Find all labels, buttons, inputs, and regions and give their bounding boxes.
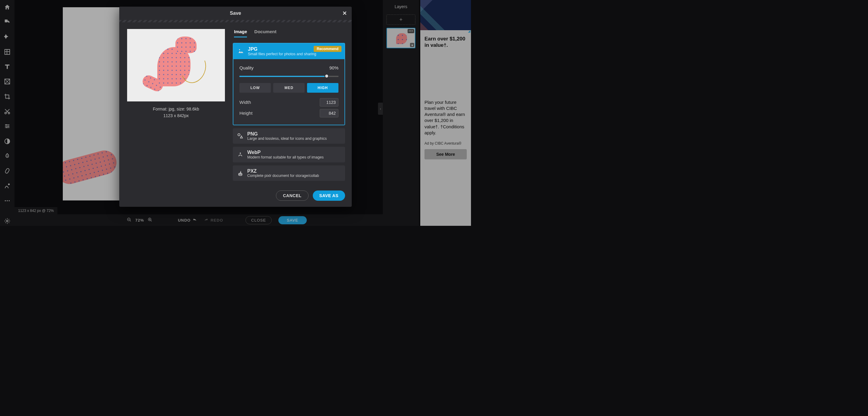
save-modal: Save ✕ Format: jpg, size: 98.6kb 1123 x … <box>119 7 352 207</box>
format-title: JPG <box>248 46 316 52</box>
preset-med[interactable]: MED <box>273 83 305 93</box>
format-jpg[interactable]: JPG Small files perfect for photos and s… <box>233 43 345 125</box>
cancel-button[interactable]: CANCEL <box>276 191 308 201</box>
shapes-icon <box>237 132 244 139</box>
height-label: Height <box>240 110 252 116</box>
tab-document[interactable]: Document <box>254 29 276 37</box>
format-title: WebP <box>247 150 324 155</box>
web-icon <box>237 151 244 158</box>
save-as-button[interactable]: SAVE AS <box>313 191 345 201</box>
format-pxz[interactable]: PXZ Complete pixlr document for storage/… <box>233 165 345 181</box>
format-webp[interactable]: WebP Modern format suitable for all type… <box>233 147 345 162</box>
format-title: PXZ <box>247 168 319 174</box>
modal-title: Save <box>230 10 241 16</box>
document-icon <box>237 170 244 177</box>
quality-value: 90% <box>330 65 338 70</box>
close-icon[interactable]: ✕ <box>341 10 348 17</box>
format-desc: Modern format suitable for all types of … <box>247 155 324 159</box>
height-input[interactable] <box>320 109 338 118</box>
format-desc: Complete pixlr document for storage/coll… <box>247 173 319 178</box>
preview-image <box>127 29 225 101</box>
format-png[interactable]: PNG Large and lossless, ideal for icons … <box>233 128 345 144</box>
svg-point-16 <box>240 153 241 154</box>
image-icon <box>238 48 244 55</box>
width-label: Width <box>240 100 251 105</box>
preview-format-line: Format: jpg, size: 98.6kb <box>126 106 226 112</box>
modal-header: Save ✕ <box>119 7 352 20</box>
modal-divider <box>119 20 352 22</box>
svg-point-15 <box>238 134 240 136</box>
preview-dim-line: 1123 x 842px <box>126 112 226 119</box>
format-title: PNG <box>247 131 327 137</box>
format-desc: Large and lossless, ideal for icons and … <box>247 136 327 141</box>
modal-backdrop: Save ✕ Format: jpg, size: 98.6kb 1123 x … <box>0 0 471 226</box>
format-desc: Small files perfect for photos and shari… <box>248 52 316 56</box>
preset-high[interactable]: HIGH <box>307 83 338 93</box>
preset-low[interactable]: LOW <box>240 83 271 93</box>
tab-image[interactable]: Image <box>234 29 247 37</box>
quality-label: Quality <box>240 65 254 70</box>
quality-slider[interactable] <box>240 76 338 77</box>
recommend-badge: Recommend <box>314 46 341 52</box>
width-input[interactable] <box>320 98 338 106</box>
